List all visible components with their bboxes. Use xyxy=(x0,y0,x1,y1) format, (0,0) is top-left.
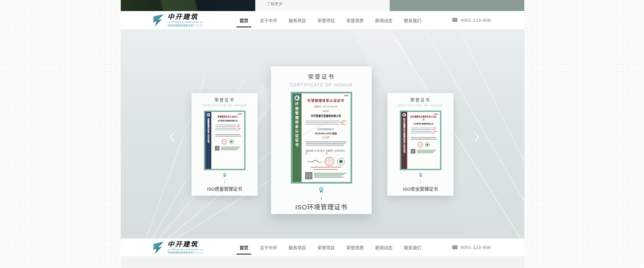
green-emblem xyxy=(425,142,430,147)
nav-item-contact[interactable]: 联系我们 xyxy=(404,17,421,23)
qr-code xyxy=(215,146,219,150)
nav-item-honor-projects[interactable]: 荣誉项目 xyxy=(317,17,335,23)
cert-band-logo xyxy=(207,113,210,117)
certificate-card-safety[interactable]: 荣誉证书 CERTIFICATE OF HONOR 职业健康安全管理体系认证证书… xyxy=(387,93,453,196)
chevron-left-icon xyxy=(169,132,175,142)
telephone-icon: ☎ xyxy=(451,17,458,23)
cert-company: 中开智慧艺型建筑有限公司 xyxy=(217,119,237,122)
cert-band: 质量管理体系认证证书 xyxy=(205,112,211,169)
footer-nav: 首页 关于中开 服务项目 荣誉项目 荣誉资质 新闻动态 联系我们 xyxy=(239,244,421,251)
cert-band-logo xyxy=(402,113,406,117)
brand-name-zh: 中开建筑 xyxy=(167,13,203,20)
cert-number-mark xyxy=(434,114,438,115)
cert-number-mark xyxy=(238,114,242,115)
certificate-card-environment-active[interactable]: 荣誉证书 CERTIFICATE OF HONOR 环境管理体系认证证书 中开智… xyxy=(271,66,372,214)
carousel-prev-button[interactable] xyxy=(167,130,177,144)
top-navbar: 中开建筑 Zhong Kai Construction 艺科建筑新基建筑价值 首… xyxy=(121,11,524,29)
address-line xyxy=(311,167,341,168)
certificate-image-environment: 环境管理体系认证证书 中开智慧艺型建筑有限公司 中开智慧艺型建筑有限公司 环境管… xyxy=(291,92,352,184)
phone-number: 4001-123-456 xyxy=(461,18,491,23)
nav-item-about[interactable]: 关于中开 xyxy=(260,244,277,251)
red-seal xyxy=(222,139,227,144)
cert-standard: ISO14001:2015 标准 xyxy=(315,132,337,135)
nav-item-services[interactable]: 服务项目 xyxy=(288,244,306,251)
cert-heading: 职业健康安全管理体系认证证书 xyxy=(410,115,437,121)
connector-tick xyxy=(224,181,225,184)
green-emblem xyxy=(229,139,234,144)
cert-scope-label: 认证范围: xyxy=(322,136,330,139)
qr-code xyxy=(305,172,312,179)
cert-valid-date: 有效期至: 2020年7月18日 xyxy=(326,149,346,155)
certificate-card-quality[interactable]: 荣誉证书 CERTIFICATE OF HONOR 质量管理体系认证证书 质量管… xyxy=(192,93,258,196)
z-ribbon-logo-icon xyxy=(153,241,165,254)
cert-band: 环境管理体系认证证书 xyxy=(292,93,302,182)
connector-tick xyxy=(321,197,322,200)
card-title: 荣誉证书 xyxy=(387,97,453,103)
award-medal-icon xyxy=(222,173,227,178)
nav-item-qualifications[interactable]: 荣誉资质 xyxy=(346,244,364,251)
certificate-carousel-section: 荣誉证书 CERTIFICATE OF HONOR 质量管理体系认证证书 质量管… xyxy=(121,29,524,239)
bottom-navbar: 中开建筑 Zhong Kai Construction 艺科建筑新基建筑价值 首… xyxy=(121,239,524,256)
phone-link[interactable]: ☎ 4001-123-456 xyxy=(451,17,491,23)
learn-more-panel: 了解更多 xyxy=(255,0,390,11)
brand-logo[interactable]: 中开建筑 Zhong Kai Construction 艺科建筑新基建筑价值 xyxy=(153,13,203,27)
address-line xyxy=(314,169,338,170)
cert-company: 中开智慧艺型建筑有限公司 xyxy=(413,122,433,125)
phone-number: 4001-123-456 xyxy=(461,245,491,250)
card-label: ISO质量管理证书 xyxy=(192,185,258,192)
brand-tagline: 艺科建筑新基建筑价值 xyxy=(167,251,203,254)
red-seal xyxy=(325,157,334,166)
sage-block xyxy=(390,0,524,11)
certificate-image-safety: 职业健康安全管理体系认证证书 职业健康安全管理体系认证证书 中开智慧艺型建筑有限… xyxy=(400,111,441,170)
main-nav: 首页 关于中开 服务项目 荣誉项目 荣誉资质 新闻动态 联系我们 xyxy=(239,17,421,23)
nav-item-services[interactable]: 服务项目 xyxy=(288,17,306,23)
signature-scribble xyxy=(307,159,322,164)
award-medal-icon xyxy=(318,187,325,194)
brand-logo[interactable]: 中开建筑 Zhong Kai Construction 艺科建筑新基建筑价值 xyxy=(153,241,203,254)
cert-heading: 质量管理体系认证证书 xyxy=(217,115,237,118)
cert-attest-label: 兹证明 xyxy=(323,110,329,113)
card-subtitle: CERTIFICATE OF HONOR xyxy=(192,104,258,107)
cert-number-mark xyxy=(344,95,348,96)
card-label: ISO环境管理证书 xyxy=(271,202,372,211)
nav-item-news[interactable]: 新闻动态 xyxy=(375,244,392,251)
learn-more-button[interactable]: 了解更多 xyxy=(267,1,283,6)
red-seal xyxy=(418,142,423,147)
green-emblem xyxy=(337,158,345,165)
cert-band-logo xyxy=(294,95,300,100)
nav-item-home[interactable]: 首页 xyxy=(239,17,248,23)
card-title: 荣誉证书 xyxy=(271,72,372,80)
nav-item-qualifications[interactable]: 荣誉资质 xyxy=(346,17,364,23)
card-title: 荣誉证书 xyxy=(192,97,258,103)
qr-code xyxy=(411,149,415,153)
brand-name-en: Zhong Kai Construction xyxy=(167,21,203,23)
nav-item-honor-projects[interactable]: 荣誉项目 xyxy=(317,244,335,251)
z-ribbon-logo-icon xyxy=(153,13,165,27)
cert-issue-date: 颁证日期: 2017年7月19日 xyxy=(306,149,326,155)
nav-item-home[interactable]: 首页 xyxy=(239,244,248,251)
card-subtitle: CERTIFICATE OF HONOR xyxy=(387,104,453,107)
cert-system-line: 及环境管理体系符合 xyxy=(318,128,334,131)
cert-registration-number: 注册编号: 2021XE2000508M xyxy=(314,105,338,108)
award-medal-icon xyxy=(418,173,423,178)
nav-item-about[interactable]: 关于中开 xyxy=(260,17,277,23)
cert-band: 职业健康安全管理体系认证证书 xyxy=(401,112,407,169)
card-subtitle: CERTIFICATE OF HONOR xyxy=(271,82,372,87)
phone-link[interactable]: ☎ 4001-123-456 xyxy=(451,245,491,250)
site-page: 了解更多 中开建筑 Zhong Kai Construction 艺科建筑新基建… xyxy=(121,0,524,268)
nav-item-news[interactable]: 新闻动态 xyxy=(375,17,392,23)
brand-name-zh: 中开建筑 xyxy=(167,241,203,248)
brand-name-en: Zhong Kai Construction xyxy=(167,249,203,251)
building-photo xyxy=(121,0,255,11)
cert-heading: 环境管理体系认证证书 xyxy=(308,98,344,103)
telephone-icon: ☎ xyxy=(451,245,458,250)
certificate-image-quality: 质量管理体系认证证书 质量管理体系认证证书 中开智慧艺型建筑有限公司 xyxy=(204,111,246,170)
carousel-next-button[interactable] xyxy=(472,130,482,144)
footer-strip xyxy=(121,256,524,268)
chevron-right-icon xyxy=(474,132,480,142)
brand-tagline: 艺科建筑新基建筑价值 xyxy=(167,24,203,27)
nav-item-contact[interactable]: 联系我们 xyxy=(404,244,421,251)
connector-tick xyxy=(420,181,421,184)
card-label: ISO安全管理证书 xyxy=(387,185,453,192)
previous-section-strip: 了解更多 xyxy=(121,0,524,11)
